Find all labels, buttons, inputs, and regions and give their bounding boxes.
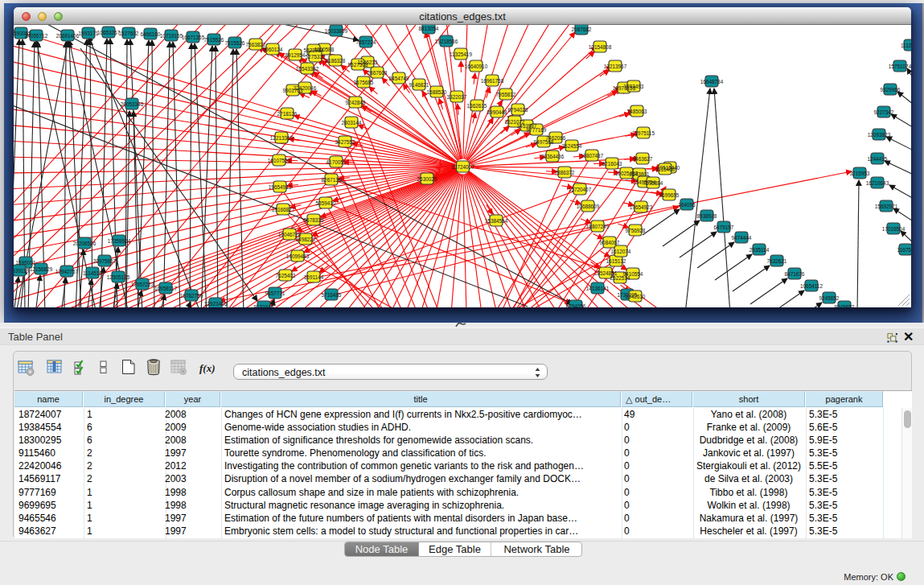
svg-text:11325419: 11325419 bbox=[450, 51, 472, 57]
svg-text:9410554: 9410554 bbox=[623, 271, 643, 277]
svg-text:2087682: 2087682 bbox=[572, 27, 592, 32]
svg-text:20364436: 20364436 bbox=[541, 154, 565, 159]
svg-text:8938928: 8938928 bbox=[697, 213, 717, 219]
svg-text:12923466: 12923466 bbox=[204, 301, 228, 307]
svg-text:1362615: 1362615 bbox=[467, 103, 487, 109]
svg-text:12213369: 12213369 bbox=[270, 135, 294, 141]
svg-text:8813054: 8813054 bbox=[419, 26, 439, 31]
svg-text:1615132: 1615132 bbox=[606, 258, 626, 264]
svg-text:2935114: 2935114 bbox=[749, 247, 770, 253]
svg-text:7625402: 7625402 bbox=[276, 273, 296, 278]
svg-text:3427552: 3427552 bbox=[335, 139, 355, 145]
svg-text:5716485: 5716485 bbox=[322, 292, 342, 298]
svg-text:9146821: 9146821 bbox=[409, 82, 429, 88]
svg-text:12213967: 12213967 bbox=[604, 64, 627, 69]
svg-text:15692971: 15692971 bbox=[875, 204, 898, 209]
svg-text:7595884: 7595884 bbox=[643, 180, 663, 186]
svg-text:7632621: 7632621 bbox=[767, 258, 787, 264]
svg-text:14099483: 14099483 bbox=[286, 253, 310, 259]
svg-text:9242848: 9242848 bbox=[346, 100, 366, 105]
svg-text:3675685: 3675685 bbox=[354, 80, 374, 85]
svg-text:1498222: 1498222 bbox=[296, 237, 316, 242]
svg-text:8454749: 8454749 bbox=[389, 76, 409, 81]
svg-text:6466160: 6466160 bbox=[141, 31, 161, 37]
svg-text:2530025: 2530025 bbox=[417, 176, 437, 182]
svg-text:9527508: 9527508 bbox=[348, 62, 368, 68]
svg-text:9132445: 9132445 bbox=[254, 304, 274, 308]
svg-text:1244415: 1244415 bbox=[868, 156, 888, 162]
svg-text:6216043: 6216043 bbox=[602, 161, 622, 167]
svg-text:7515526: 7515526 bbox=[204, 37, 224, 43]
svg-text:20053346: 20053346 bbox=[121, 101, 144, 107]
svg-text:f(x): f(x) bbox=[199, 362, 216, 374]
svg-text:17957223: 17957223 bbox=[131, 282, 154, 287]
svg-text:16782759: 16782759 bbox=[180, 293, 203, 299]
svg-text:10654112: 10654112 bbox=[800, 283, 823, 289]
svg-text:1527602: 1527602 bbox=[119, 31, 139, 36]
svg-text:116753: 116753 bbox=[897, 247, 911, 253]
svg-text:12093823: 12093823 bbox=[868, 132, 891, 138]
svg-text:16107553: 16107553 bbox=[268, 158, 291, 163]
svg-text:1612074: 1612074 bbox=[611, 249, 631, 254]
svg-text:20206536: 20206536 bbox=[73, 241, 97, 246]
svg-text:8990448: 8990448 bbox=[487, 109, 507, 115]
svg-text:10688609: 10688609 bbox=[577, 204, 600, 209]
svg-text:15751074: 15751074 bbox=[889, 64, 911, 69]
svg-text:8471676: 8471676 bbox=[785, 271, 805, 277]
svg-text:9227342: 9227342 bbox=[874, 109, 894, 115]
svg-text:5359410: 5359410 bbox=[316, 200, 336, 206]
svg-text:1691144: 1691144 bbox=[304, 274, 324, 280]
svg-text:6794028: 6794028 bbox=[508, 107, 528, 113]
svg-text:7357224: 7357224 bbox=[356, 39, 376, 45]
svg-text:18807249: 18807249 bbox=[586, 224, 610, 229]
svg-text:16210643: 16210643 bbox=[866, 180, 889, 186]
svg-text:9245652: 9245652 bbox=[819, 295, 840, 301]
svg-text:6479197: 6479197 bbox=[714, 225, 734, 230]
svg-text:16543382: 16543382 bbox=[296, 66, 319, 72]
svg-text:10958117: 10958117 bbox=[154, 286, 177, 291]
svg-text:8794056: 8794056 bbox=[566, 303, 586, 308]
svg-text:9084067: 9084067 bbox=[600, 240, 620, 245]
svg-text:9245652: 9245652 bbox=[835, 304, 855, 308]
svg-text:5822914: 5822914 bbox=[304, 47, 324, 53]
svg-text:10719155: 10719155 bbox=[160, 33, 183, 39]
svg-text:8186328: 8186328 bbox=[326, 58, 346, 64]
svg-text:1993171: 1993171 bbox=[79, 31, 99, 36]
svg-text:1112044: 1112044 bbox=[901, 43, 911, 48]
svg-text:2543801: 2543801 bbox=[630, 171, 650, 177]
svg-text:19654923: 19654923 bbox=[630, 204, 653, 210]
svg-text:7462066: 7462066 bbox=[546, 135, 566, 141]
svg-text:1342610: 1342610 bbox=[626, 294, 646, 299]
svg-text:14136141: 14136141 bbox=[586, 286, 610, 291]
svg-text:9463627: 9463627 bbox=[633, 156, 653, 162]
svg-text:8267130: 8267130 bbox=[322, 177, 342, 183]
svg-text:24055712: 24055712 bbox=[25, 33, 48, 39]
svg-text:9474444: 9474444 bbox=[732, 235, 752, 241]
svg-text:10653267: 10653267 bbox=[97, 30, 121, 35]
svg-text:12975115: 12975115 bbox=[632, 130, 655, 136]
svg-text:8960124: 8960124 bbox=[263, 47, 283, 52]
svg-text:7886372: 7886372 bbox=[555, 170, 575, 175]
svg-text:19654913: 19654913 bbox=[269, 184, 292, 190]
svg-text:15384554: 15384554 bbox=[485, 218, 508, 224]
svg-text:1539119: 1539119 bbox=[14, 268, 30, 274]
svg-text:8678335: 8678335 bbox=[304, 217, 324, 223]
svg-text:1114519: 1114519 bbox=[83, 270, 102, 276]
svg-text:12942757: 12942757 bbox=[55, 269, 79, 274]
svg-text:17016504: 17016504 bbox=[882, 226, 906, 232]
svg-text:164095: 164095 bbox=[678, 202, 696, 208]
svg-text:12156829: 12156829 bbox=[30, 266, 53, 272]
svg-text:9901763: 9901763 bbox=[283, 88, 303, 93]
svg-text:2803144: 2803144 bbox=[342, 120, 362, 126]
svg-text:20975867: 20975867 bbox=[93, 258, 117, 264]
svg-text:9657771: 9657771 bbox=[265, 290, 285, 296]
svg-text:9777169: 9777169 bbox=[527, 127, 547, 133]
svg-text:4170051: 4170051 bbox=[326, 159, 347, 165]
svg-text:16671355: 16671355 bbox=[182, 35, 205, 40]
svg-text:17359924: 17359924 bbox=[108, 238, 131, 244]
svg-text:7515526: 7515526 bbox=[225, 40, 245, 46]
svg-text:16961758: 16961758 bbox=[481, 78, 504, 84]
svg-text:8912954: 8912954 bbox=[285, 52, 306, 58]
svg-text:7485063: 7485063 bbox=[627, 109, 647, 114]
svg-text:12505135: 12505135 bbox=[107, 274, 130, 280]
